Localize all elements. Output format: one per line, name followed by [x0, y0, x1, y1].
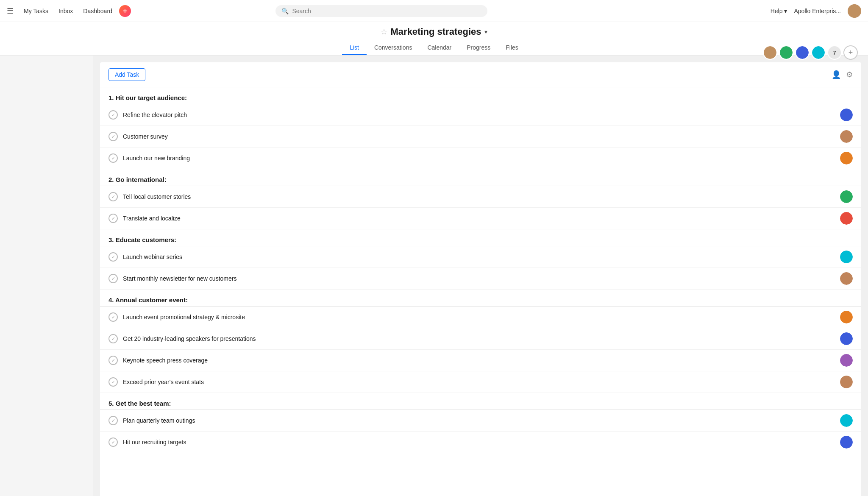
task-left: ✓Exceed prior year's event stats	[108, 377, 204, 387]
main-content: Add Task 👤 ⚙ 1. Hit our target audience:…	[0, 56, 868, 496]
task-left: ✓Start monthly newsletter for new custom…	[108, 274, 236, 283]
task-left: ✓Launch event promotional strategy & mic…	[108, 312, 245, 322]
project-dropdown-icon[interactable]: ▾	[484, 28, 487, 35]
task-row[interactable]: ✓Plan quarterly team outings	[100, 410, 861, 432]
task-area: Add Task 👤 ⚙ 1. Hit our target audience:…	[93, 56, 868, 496]
nav-right: Help ▾ Apollo Enterpris...	[771, 4, 861, 18]
task-checkbox[interactable]: ✓	[108, 214, 118, 223]
add-task-button[interactable]: Add Task	[108, 68, 145, 81]
section-header-section-4: 4. Annual customer event:	[100, 290, 861, 307]
section-header-section-3: 3. Educate customers:	[100, 229, 861, 246]
task-assignee-avatar[interactable]	[840, 311, 853, 323]
section-header-section-5: 5. Get the best team:	[100, 393, 861, 410]
task-assignee-avatar[interactable]	[840, 152, 853, 164]
task-assignee-avatar[interactable]	[840, 436, 853, 449]
add-new-button[interactable]: +	[119, 5, 131, 17]
search-bar[interactable]: 🔍	[275, 5, 487, 17]
project-title: Marketing strategies	[391, 26, 481, 37]
task-checkbox[interactable]: ✓	[108, 334, 118, 343]
search-input[interactable]	[292, 8, 481, 14]
nav-inbox[interactable]: Inbox	[55, 6, 76, 16]
task-row[interactable]: ✓Keynote speech press coverage	[100, 350, 861, 371]
settings-icon[interactable]: ⚙	[846, 70, 853, 79]
task-assignee-avatar[interactable]	[840, 212, 853, 225]
task-checkbox[interactable]: ✓	[108, 416, 118, 425]
section-title-section-5: 5. Get the best team:	[108, 400, 171, 407]
star-icon[interactable]: ☆	[381, 27, 387, 36]
task-row[interactable]: ✓Hit our recruiting targets	[100, 432, 861, 453]
task-name: Launch our new branding	[123, 155, 190, 162]
task-left: ✓Launch webinar series	[108, 252, 182, 262]
task-assignee-avatar[interactable]	[840, 130, 853, 143]
task-name: Tell local customer stories	[123, 193, 191, 200]
section-title-section-4: 4. Annual customer event:	[108, 296, 188, 304]
task-name: Translate and localize	[123, 215, 181, 222]
hamburger-menu-icon[interactable]: ☰	[7, 6, 14, 16]
task-checkbox[interactable]: ✓	[108, 132, 118, 141]
task-checkbox[interactable]: ✓	[108, 437, 118, 447]
tab-bar: List Conversations Calendar Progress Fil…	[342, 41, 526, 55]
section-header-section-1: 1. Hit our target audience:	[100, 87, 861, 104]
task-checkbox[interactable]: ✓	[108, 312, 118, 322]
sub-header: ☆ Marketing strategies ▾ List Conversati…	[0, 22, 868, 56]
task-assignee-avatar[interactable]	[840, 332, 853, 345]
task-checkbox[interactable]: ✓	[108, 192, 118, 201]
tab-conversations[interactable]: Conversations	[367, 41, 420, 55]
task-assignee-avatar[interactable]	[840, 190, 853, 203]
task-left: ✓Hit our recruiting targets	[108, 437, 186, 447]
task-checkbox[interactable]: ✓	[108, 252, 118, 262]
task-row[interactable]: ✓Launch event promotional strategy & mic…	[100, 307, 861, 328]
task-checkbox[interactable]: ✓	[108, 110, 118, 120]
task-checkbox[interactable]: ✓	[108, 377, 118, 387]
team-avatar-3[interactable]	[795, 45, 810, 60]
tab-progress[interactable]: Progress	[459, 41, 498, 55]
tab-list[interactable]: List	[342, 41, 367, 55]
task-left: ✓Translate and localize	[108, 214, 181, 223]
task-row[interactable]: ✓Tell local customer stories	[100, 186, 861, 208]
tab-calendar[interactable]: Calendar	[420, 41, 459, 55]
user-avatar[interactable]	[848, 4, 861, 18]
task-checkbox[interactable]: ✓	[108, 274, 118, 283]
team-add-button[interactable]: +	[843, 45, 858, 60]
team-avatar-1[interactable]	[763, 45, 777, 60]
task-row[interactable]: ✓Translate and localize	[100, 208, 861, 229]
project-title-row: ☆ Marketing strategies ▾	[381, 26, 488, 37]
task-name: Keynote speech press coverage	[123, 357, 208, 364]
task-checkbox[interactable]: ✓	[108, 356, 118, 365]
task-row[interactable]: ✓Launch our new branding	[100, 148, 861, 169]
nav-my-tasks[interactable]: My Tasks	[20, 6, 52, 16]
help-link[interactable]: Help ▾	[771, 8, 787, 14]
task-assignee-avatar[interactable]	[840, 376, 853, 388]
task-left: ✓Customer survey	[108, 132, 168, 141]
task-name: Customer survey	[123, 133, 168, 140]
task-name: Launch webinar series	[123, 254, 182, 260]
nav-links: My Tasks Inbox Dashboard +	[20, 5, 131, 17]
org-name[interactable]: Apollo Enterpris...	[794, 8, 841, 14]
task-assignee-avatar[interactable]	[840, 251, 853, 263]
task-row[interactable]: ✓Start monthly newsletter for new custom…	[100, 268, 861, 290]
task-row[interactable]: ✓Exceed prior year's event stats	[100, 371, 861, 393]
task-name: Launch event promotional strategy & micr…	[123, 314, 245, 320]
nav-dashboard[interactable]: Dashboard	[80, 6, 116, 16]
task-row[interactable]: ✓Launch webinar series	[100, 246, 861, 268]
task-row[interactable]: ✓Customer survey	[100, 126, 861, 148]
assign-person-icon[interactable]: 👤	[832, 70, 841, 79]
team-avatar-2[interactable]	[779, 45, 793, 60]
panel-toolbar: Add Task 👤 ⚙	[100, 62, 861, 87]
task-checkbox[interactable]: ✓	[108, 153, 118, 163]
task-row[interactable]: ✓Get 20 industry-leading speakers for pr…	[100, 328, 861, 350]
toolbar-icons: 👤 ⚙	[832, 70, 853, 79]
task-assignee-avatar[interactable]	[840, 109, 853, 121]
task-name: Get 20 industry-leading speakers for pre…	[123, 335, 256, 342]
team-avatars-row: 7 +	[763, 45, 858, 60]
task-name: Start monthly newsletter for new custome…	[123, 275, 236, 282]
tab-files[interactable]: Files	[498, 41, 526, 55]
task-assignee-avatar[interactable]	[840, 414, 853, 427]
sections-container: 1. Hit our target audience:✓Refine the e…	[100, 87, 861, 453]
task-left: ✓Refine the elevator pitch	[108, 110, 187, 120]
task-assignee-avatar[interactable]	[840, 354, 853, 367]
team-count-badge[interactable]: 7	[827, 45, 842, 60]
task-row[interactable]: ✓Refine the elevator pitch	[100, 104, 861, 126]
task-assignee-avatar[interactable]	[840, 272, 853, 285]
team-avatar-4[interactable]	[811, 45, 826, 60]
